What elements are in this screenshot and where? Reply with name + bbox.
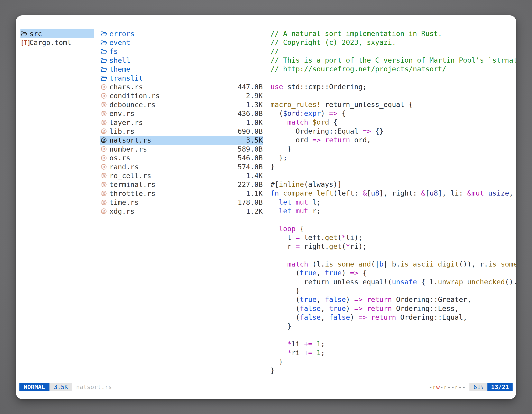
code-line: // This is a port of the C version of Ma…	[270, 56, 516, 65]
folder-icon	[100, 75, 109, 81]
entry-size: 436.0B	[238, 109, 263, 118]
code-line: (false, false) => return Ordering::Equal…	[270, 313, 516, 322]
code-line: //	[270, 47, 516, 56]
code-line: match (l.is_some_and(|b| b.is_ascii_digi…	[270, 260, 516, 269]
dir-row-theme[interactable]: theme	[100, 65, 263, 74]
entry-size: 2.9K	[246, 92, 263, 100]
entry-size: 574.0B	[238, 163, 263, 171]
file-row-rand.rs[interactable]: Rrand.rs574.0B	[100, 163, 263, 171]
code-line: };	[270, 154, 516, 162]
entry-name: fs	[109, 47, 263, 55]
status-right-group: -rw-r--r-- 61% 13/21	[429, 383, 513, 391]
code-line: // Copyright (c) 2023, sxyazi.	[270, 38, 516, 47]
status-bar: NORMAL 3.5K natsort.rs -rw-r--r-- 61% 13…	[16, 383, 516, 391]
rust-file-icon: R	[100, 190, 109, 197]
folder-icon	[100, 48, 109, 55]
permission-char: -	[447, 384, 451, 391]
code-line	[270, 74, 516, 82]
cursor-position-badge: 13/21	[487, 383, 513, 391]
file-row-debounce.rs[interactable]: Rdebounce.rs1.3K	[100, 100, 263, 109]
entry-name: debounce.rs	[109, 101, 244, 109]
file-row-number.rs[interactable]: Rnumber.rs589.0B	[100, 144, 263, 154]
entry-size: 3.5K	[246, 136, 263, 144]
current-pane[interactable]: errorseventfsshellthemetranslitRchars.rs…	[96, 29, 266, 383]
entry-size: 546.0B	[238, 154, 263, 162]
entry-name: layer.rs	[109, 118, 244, 127]
file-row-natsort.rs[interactable]: Rnatsort.rs3.5K	[100, 136, 263, 144]
code-line: }	[270, 162, 516, 171]
code-line: (false, true) => return Ordering::Less,	[270, 304, 516, 313]
code-line: }	[270, 366, 516, 375]
code-line: }	[270, 144, 516, 153]
folder-icon	[100, 66, 109, 72]
parent-pane[interactable]: src[T]Cargo.toml	[16, 29, 96, 383]
dir-row-src[interactable]: src	[20, 29, 94, 38]
code-line: }	[270, 357, 516, 366]
percent-sign: %	[480, 385, 483, 390]
rust-file-icon: R	[100, 155, 109, 161]
svg-text:R: R	[102, 94, 105, 98]
entry-name: natsort.rs	[109, 136, 244, 144]
code-line: // A natural sort implementation in Rust…	[270, 29, 516, 38]
file-row-Cargo.toml[interactable]: [T]Cargo.toml	[20, 38, 94, 47]
entry-size: 178.0B	[238, 198, 263, 206]
yazi-file-manager-window: src[T]Cargo.toml errorseventfsshelltheme…	[16, 15, 516, 399]
rust-file-icon: R	[100, 128, 109, 135]
svg-text:R: R	[102, 165, 105, 169]
file-row-terminal.rs[interactable]: Rterminal.rs227.0B	[100, 180, 263, 189]
folder-icon	[100, 39, 109, 46]
permission-char: r	[432, 384, 436, 391]
file-row-lib.rs[interactable]: Rlib.rs690.0B	[100, 127, 263, 136]
svg-text:R: R	[102, 129, 105, 133]
code-line: l = left.get(*li);	[270, 233, 516, 242]
file-row-env.rs[interactable]: Renv.rs436.0B	[100, 109, 263, 118]
entry-name: os.rs	[109, 154, 235, 162]
file-row-chars.rs[interactable]: Rchars.rs447.0B	[100, 82, 263, 91]
code-line: macro_rules! return_unless_equal {	[270, 100, 516, 109]
folder-icon	[100, 57, 109, 63]
svg-text:R: R	[102, 120, 105, 125]
rust-file-icon: R	[100, 181, 109, 188]
entry-size: 1.1K	[246, 189, 263, 198]
rust-file-icon: R	[100, 146, 109, 152]
rust-file-icon: R	[100, 137, 109, 144]
code-line	[270, 91, 516, 100]
code-line: return_unless_equal!(unsafe { l.unwrap_u…	[270, 278, 516, 286]
mode-badge: NORMAL	[19, 383, 49, 391]
dir-row-event[interactable]: event	[100, 38, 263, 47]
rust-file-icon: R	[100, 101, 109, 108]
file-row-time.rs[interactable]: Rtime.rs178.0B	[100, 198, 263, 207]
svg-text:R: R	[102, 209, 105, 213]
entry-name: condition.rs	[109, 92, 244, 100]
file-row-xdg.rs[interactable]: Rxdg.rs1.2K	[100, 207, 263, 216]
dir-row-fs[interactable]: fs	[100, 47, 263, 56]
entry-name: env.rs	[109, 109, 235, 118]
dir-row-translit[interactable]: translit	[100, 74, 263, 82]
file-row-ro_cell.rs[interactable]: Rro_cell.rs1.4K	[100, 171, 263, 180]
preview-pane[interactable]: // A natural sort implementation in Rust…	[266, 29, 516, 383]
file-row-os.rs[interactable]: Ros.rs546.0B	[100, 154, 263, 162]
rust-file-icon: R	[100, 92, 109, 99]
rust-file-icon: R	[100, 172, 109, 179]
dir-row-errors[interactable]: errors	[100, 29, 263, 38]
permission-char: -	[440, 384, 444, 391]
file-row-throttle.rs[interactable]: Rthrottle.rs1.1K	[100, 189, 263, 198]
code-line: match $ord {	[270, 118, 516, 127]
entry-name: terminal.rs	[109, 180, 235, 189]
permission-char: -	[458, 384, 462, 391]
file-size-badge: 3.5K	[49, 383, 72, 391]
file-row-condition.rs[interactable]: Rcondition.rs2.9K	[100, 91, 263, 100]
rust-file-icon: R	[100, 119, 109, 126]
dir-row-shell[interactable]: shell	[100, 56, 263, 65]
svg-text:R: R	[102, 103, 105, 107]
permission-char: w	[436, 384, 440, 391]
entry-name: lib.rs	[109, 127, 235, 135]
entry-size: 447.0B	[238, 83, 263, 91]
permission-char: -	[429, 384, 432, 391]
entry-name: event	[109, 39, 263, 47]
permission-char: -	[451, 384, 455, 391]
code-line: // http://sourcefrog.net/projects/natsor…	[270, 65, 516, 73]
code-line: fn compare_left(left: &[u8], right: &[u8…	[270, 189, 516, 198]
permission-char: r	[455, 384, 458, 391]
file-row-layer.rs[interactable]: Rlayer.rs1.0K	[100, 118, 263, 127]
